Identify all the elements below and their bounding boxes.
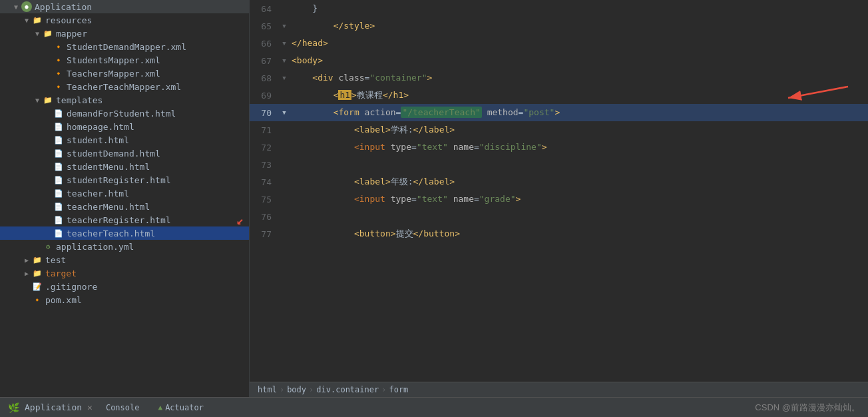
app-name[interactable]: Application [25, 402, 82, 412]
homepage[interactable]: 📄 homepage.html [0, 120, 249, 133]
code-text: <form action="/teacherTeach" method="pos… [289, 104, 868, 121]
html-icon: 📄 [53, 175, 64, 185]
code-line-76: 76 [250, 208, 868, 225]
teacher-register[interactable]: 📄 teacherRegister.html ↙ [0, 213, 249, 226]
file-label: homepage.html [67, 122, 134, 132]
mapper-folder-icon: 📁 [43, 28, 53, 39]
file-label: TeacherTeachMapper.xml [67, 82, 181, 92]
templates-label: templates [56, 95, 103, 105]
resources-folder[interactable]: 📁 resources [0, 13, 249, 27]
templates-folder-icon: 📁 [43, 95, 53, 105]
file-label: StudentsMapper.xml [67, 55, 160, 65]
teacher-teach-mapper[interactable]: 🔸 TeacherTeachMapper.xml [0, 80, 249, 93]
breadcrumb-body[interactable]: body [287, 385, 306, 394]
close-icon[interactable]: ✕ [87, 402, 93, 412]
folder-icon: 📁 [32, 15, 43, 25]
red-arrow-sidebar: ↙ [236, 213, 244, 227]
student-demand-file[interactable]: 📄 studentDemand.html [0, 147, 249, 160]
xml-icon: 🔸 [32, 294, 43, 305]
target-arrow [21, 268, 32, 278]
app-node-icon: ● [21, 1, 32, 12]
app-node[interactable]: ● Application [0, 0, 249, 13]
code-line-67: 67 ▼ <body> [250, 52, 868, 69]
code-editor: 64 } 65 ▼ </style> 66 ▼ </head> 67 ▼ [250, 0, 868, 397]
line-num: 66 [250, 39, 280, 49]
fold-gutter: ▼ [280, 23, 289, 29]
code-area[interactable]: 64 } 65 ▼ </style> 66 ▼ </head> 67 ▼ [250, 0, 868, 382]
code-text: <input type="text" name="discipline"> [289, 139, 868, 156]
code-line-68: 68 ▼ <div class="container"> [250, 69, 868, 87]
breadcrumb-form[interactable]: form [389, 385, 408, 394]
tab-actuator-label: Actuator [165, 403, 204, 412]
code-line-69: 69 <h1>教课程</h1> [250, 87, 868, 104]
file-label: student.html [67, 135, 129, 145]
file-label: teacherTeach.html [67, 228, 155, 238]
resources-label: resources [45, 15, 92, 25]
line-num: 77 [250, 229, 280, 239]
code-line-65: 65 ▼ </style> [250, 17, 868, 35]
breadcrumb-sep: › [381, 385, 386, 394]
breadcrumb-sep: › [280, 385, 284, 394]
line-num: 68 [250, 73, 280, 83]
teacher-file[interactable]: 📄 teacher.html [0, 187, 249, 200]
tab-actuator[interactable]: ▲ Actuator [150, 400, 212, 415]
html-icon: 📄 [53, 228, 64, 238]
student-file[interactable]: 📄 student.html [0, 133, 249, 147]
file-label: studentMenu.html [67, 162, 150, 172]
xml-icon: 🔸 [53, 68, 64, 79]
code-text: <h1>教课程</h1> [289, 87, 868, 104]
mapper-folder[interactable]: 📁 mapper [0, 27, 249, 40]
line-num: 75 [250, 195, 280, 205]
pom-file[interactable]: 🔸 pom.xml [0, 293, 249, 306]
line-num: 70 [250, 108, 280, 118]
line-num: 67 [250, 56, 280, 66]
app-node-label: Application [35, 2, 92, 12]
code-text: <button>提交</button> [289, 225, 868, 242]
test-folder[interactable]: 📁 test [0, 253, 249, 266]
html-icon: 📄 [53, 121, 64, 132]
teachers-mapper[interactable]: 🔸 TeachersMapper.xml [0, 67, 249, 80]
file-label: demandForStudent.html [67, 109, 176, 119]
teacher-menu[interactable]: 📄 teacherMenu.html [0, 200, 249, 213]
fold-gutter: ▼ [280, 40, 289, 47]
yml-icon: ⚙ [43, 241, 53, 252]
app-arrow [11, 1, 21, 12]
teacher-teach-file[interactable]: 📄 teacherTeach.html [0, 226, 249, 240]
students-mapper[interactable]: 🔸 StudentsMapper.xml [0, 53, 249, 67]
student-register[interactable]: 📄 studentRegister.html [0, 173, 249, 187]
demand-for-student[interactable]: 📄 demandForStudent.html [0, 107, 249, 120]
breadcrumb-html[interactable]: html [258, 385, 277, 394]
watermark: CSDN @前路漫漫亦灿灿。 [755, 402, 860, 414]
code-text: <div class="container"> [289, 69, 868, 87]
code-line-75: 75 <input type="text" name="grade"> [250, 191, 868, 208]
gitignore-file[interactable]: 📝 .gitignore [0, 280, 249, 293]
code-text: <label>学科:</label> [289, 121, 868, 139]
mapper-label: mapper [56, 29, 87, 39]
file-tree: ● Application 📁 resources 📁 mapper 🔸 Stu… [0, 0, 250, 397]
tab-console[interactable]: Console [98, 400, 148, 415]
target-folder[interactable]: 📁 target [0, 266, 249, 280]
folder-icon: 📁 [32, 268, 43, 278]
file-label: teacherRegister.html [67, 215, 171, 225]
html-icon: 📄 [53, 148, 64, 159]
code-line-74: 74 <label>年级:</label> [250, 173, 868, 191]
file-label: StudentDemandMapper.xml [67, 42, 186, 52]
folder-icon: 📁 [32, 254, 43, 265]
file-icon: 📝 [32, 281, 43, 292]
app-label: 🌿 Application ✕ [8, 402, 93, 413]
breadcrumb-bar: html › body › div.container › form [250, 382, 868, 397]
file-label: studentRegister.html [67, 175, 171, 185]
line-num: 69 [250, 91, 280, 101]
line-num: 76 [250, 212, 280, 222]
fold-gutter: ▼ [280, 75, 289, 81]
student-demand-mapper[interactable]: 🔸 StudentDemandMapper.xml [0, 40, 249, 53]
code-line-73: 73 [250, 156, 868, 173]
html-icon: 📄 [53, 188, 64, 199]
student-menu[interactable]: 📄 studentMenu.html [0, 160, 249, 173]
breadcrumb-div[interactable]: div.container [316, 385, 379, 394]
templates-folder[interactable]: 📁 templates [0, 93, 249, 107]
application-yml[interactable]: ⚙ application.yml [0, 240, 249, 253]
bottom-tabs: Console ▲ Actuator [98, 400, 212, 415]
code-line-71: 71 <label>学科:</label> [250, 121, 868, 139]
file-label: application.yml [56, 242, 134, 252]
